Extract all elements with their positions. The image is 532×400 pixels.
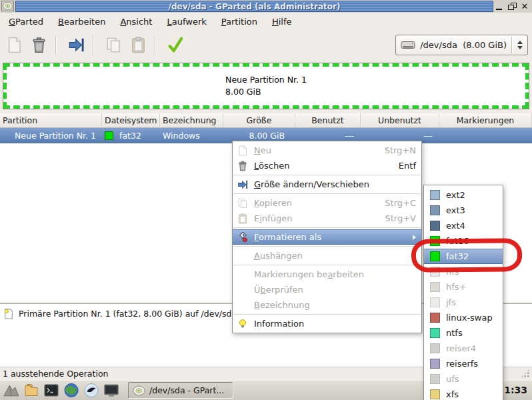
submenu-item-hfs: hfs bbox=[424, 264, 503, 279]
column-header-dateisystem: Dateisystem bbox=[102, 113, 160, 128]
trash-icon bbox=[236, 160, 249, 171]
format-icon bbox=[236, 231, 249, 243]
column-header-benutzt: Benutzt bbox=[295, 113, 361, 128]
filesystem-color-swatch bbox=[430, 221, 440, 231]
menubar-item-laufwerk[interactable]: Laufwerk bbox=[159, 15, 213, 29]
submenu-item-xfs[interactable]: xfs bbox=[424, 387, 503, 400]
file-manager-icon[interactable] bbox=[22, 382, 40, 399]
terminal-icon[interactable] bbox=[42, 382, 60, 399]
submenu-item-ufs: ufs bbox=[424, 371, 503, 387]
menubar-item-bearbeiten[interactable]: Bearbeiten bbox=[51, 15, 113, 29]
paste-button bbox=[127, 35, 149, 56]
column-header-markierungen: Markierungen bbox=[439, 113, 532, 128]
submenu-item-label: ntfs bbox=[446, 328, 463, 338]
titlebar-drag-area[interactable]: /dev/sda - GParted (als Administrator) bbox=[15, 1, 493, 12]
submenu-item-ext3[interactable]: ext3 bbox=[424, 203, 503, 218]
app-menu-icon[interactable] bbox=[2, 382, 20, 399]
restore-icon[interactable] bbox=[507, 2, 517, 11]
context-menu-item-aushängen: Aushängen bbox=[233, 248, 421, 263]
close-icon[interactable]: ✕ bbox=[520, 2, 529, 11]
hard-drive-icon bbox=[401, 40, 415, 50]
menubar: GPartedBearbeitenAnsichtLaufwerkPartitio… bbox=[0, 13, 532, 30]
display-icon[interactable] bbox=[102, 382, 120, 399]
web-browser-icon[interactable] bbox=[62, 382, 80, 399]
context-menu-item-formatieren-als[interactable]: Formatieren als bbox=[233, 229, 421, 245]
filesystem-color-swatch bbox=[430, 267, 440, 277]
submenu-item-reiserfs[interactable]: reiserfs bbox=[424, 356, 503, 371]
toolbar-separator bbox=[55, 36, 56, 55]
submenu-item-ext2[interactable]: ext2 bbox=[424, 187, 503, 203]
submenu-item-label: ext3 bbox=[446, 205, 465, 215]
combo-divider bbox=[511, 37, 512, 53]
delete-button[interactable] bbox=[28, 35, 49, 56]
paste-icon bbox=[236, 213, 249, 224]
resize-move-icon bbox=[68, 37, 85, 53]
menu-item-label: Einfügen bbox=[254, 213, 377, 223]
apply-button[interactable] bbox=[165, 35, 186, 56]
column-header-größe: Größe bbox=[223, 113, 295, 128]
delete-icon bbox=[31, 37, 47, 53]
empty-icon bbox=[236, 269, 249, 280]
taskbar-window-button[interactable]: /dev/sda - GPart... bbox=[128, 382, 233, 399]
filesystem-color-swatch bbox=[105, 131, 113, 140]
copy-button bbox=[103, 35, 124, 56]
submenu-item-label: fat16 bbox=[446, 236, 469, 246]
apply-icon bbox=[167, 37, 184, 53]
menu-item-accelerator: Entf bbox=[399, 161, 416, 171]
filesystem-color-swatch bbox=[430, 236, 440, 246]
operation-text: Primäre Partition Nr. 1 (fat32, 8.00 GiB… bbox=[19, 309, 237, 319]
selected-partition-visual[interactable]: Neue Partition Nr. 1 8.00 GiB bbox=[3, 63, 529, 109]
submenu-item-hfs+: hfs+ bbox=[424, 279, 503, 295]
partition-visual-label: Neue Partition Nr. 1 8.00 GiB bbox=[225, 74, 307, 98]
menubar-item-gparted[interactable]: GParted bbox=[1, 15, 51, 29]
context-menu-item-bezeichnung: Bezeichnung bbox=[233, 297, 421, 313]
menubar-item-hilfe[interactable]: Hilfe bbox=[265, 15, 299, 29]
new-button bbox=[3, 35, 25, 56]
submenu-item-label: ufs bbox=[446, 374, 459, 384]
partition-context-menu: NeuStrg+NLöschenEntfGröße ändern/Verschi… bbox=[232, 141, 422, 333]
filesystem-color-swatch bbox=[430, 205, 440, 215]
menu-item-accelerator: Strg+N bbox=[385, 145, 416, 155]
context-menu-item-markierungen-bearbeiten: Markierungen bearbeiten bbox=[233, 267, 421, 282]
submenu-item-fat32[interactable]: fat32 bbox=[424, 249, 503, 264]
submenu-item-ext4[interactable]: ext4 bbox=[424, 218, 503, 233]
filesystem-color-swatch bbox=[430, 359, 440, 369]
context-menu-item-information[interactable]: Information bbox=[233, 316, 421, 331]
submenu-item-label: reiserfs bbox=[446, 359, 478, 369]
filesystem-color-swatch bbox=[430, 389, 440, 399]
titlebar[interactable]: /dev/sda - GParted (als Administrator) ✕ bbox=[0, 0, 532, 13]
menubar-item-ansicht[interactable]: Ansicht bbox=[113, 15, 159, 29]
submenu-item-label: xfs bbox=[446, 389, 459, 399]
partition-visual-name: Neue Partition Nr. 1 bbox=[225, 74, 307, 86]
copy-icon bbox=[236, 197, 249, 209]
operation-icon bbox=[3, 308, 14, 319]
gparted-app-icon bbox=[3, 2, 13, 10]
disk-visual[interactable]: Neue Partition Nr. 1 8.00 GiB bbox=[3, 63, 529, 109]
submenu-item-jfs: jfs bbox=[424, 295, 503, 310]
info-icon bbox=[236, 318, 249, 329]
format-as-submenu: ext2ext3ext4fat16fat32hfshfs+jfslinux-sw… bbox=[423, 185, 503, 400]
page-icon bbox=[236, 145, 249, 156]
minimize-icon[interactable] bbox=[495, 2, 504, 11]
menu-item-accelerator: Strg+C bbox=[385, 198, 416, 208]
submenu-item-ntfs[interactable]: ntfs bbox=[424, 325, 503, 341]
resize-move-button[interactable] bbox=[65, 35, 87, 56]
filesystem-color-swatch bbox=[430, 374, 440, 384]
context-menu-item-größe-ändern-verschieben[interactable]: Größe ändern/Verschieben bbox=[233, 177, 421, 192]
menubar-item-partition[interactable]: Partition bbox=[214, 15, 265, 29]
submenu-item-linux-swap[interactable]: linux-swap bbox=[424, 310, 503, 325]
filesystem-color-swatch bbox=[430, 328, 440, 338]
device-selector[interactable]: /dev/sda (8.00 GiB) bbox=[395, 35, 528, 55]
submenu-arrow-icon bbox=[413, 235, 416, 240]
cell-label: Windows bbox=[160, 128, 223, 143]
copy-icon bbox=[105, 37, 122, 53]
context-menu-item-löschen[interactable]: LöschenEntf bbox=[233, 158, 421, 173]
table-header-row: PartitionDateisystemBezeichnungGrößeBenu… bbox=[0, 113, 532, 128]
submenu-item-fat16[interactable]: fat16 bbox=[424, 233, 503, 249]
window-app-icon[interactable] bbox=[1, 1, 14, 11]
taskbar-window-label: /dev/sda - GPart... bbox=[149, 385, 224, 395]
partition-visual-size: 8.00 GiB bbox=[225, 86, 307, 98]
menu-item-label: Bezeichnung bbox=[254, 300, 416, 310]
mail-client-icon[interactable] bbox=[82, 382, 100, 399]
combo-spinner-icon[interactable] bbox=[516, 41, 524, 49]
